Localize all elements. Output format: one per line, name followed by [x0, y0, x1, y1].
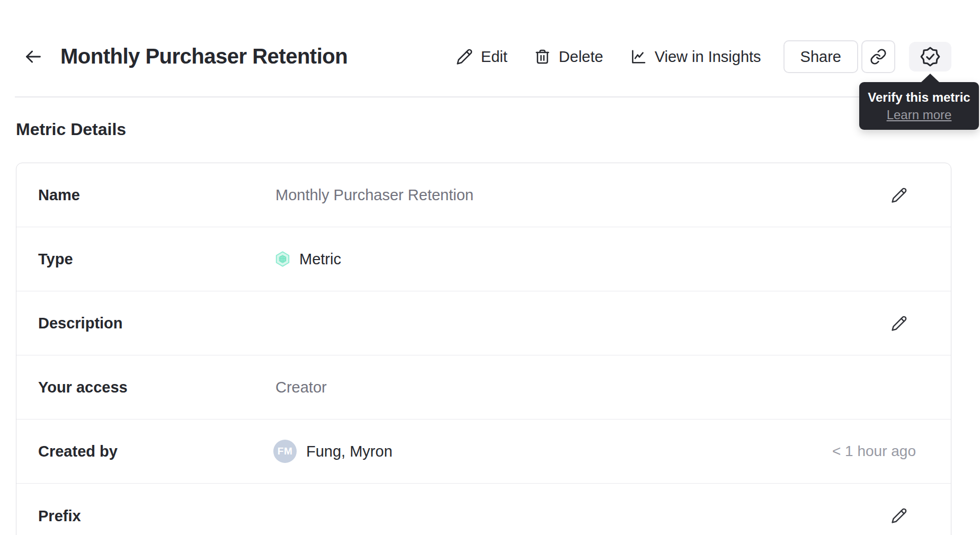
verify-metric-button[interactable]	[909, 42, 951, 72]
metric-hexagon-icon	[274, 251, 291, 268]
type-value: Metric	[274, 251, 341, 268]
edit-prefix-button[interactable]	[888, 505, 910, 527]
tooltip-title: Verify this metric	[868, 90, 970, 105]
view-in-insights-label: View in Insights	[655, 48, 761, 66]
avatar: FM	[273, 440, 297, 463]
verify-tooltip: Verify this metric Learn more	[859, 82, 979, 130]
row-label: Description	[38, 315, 123, 332]
line-chart-icon	[630, 48, 647, 65]
detail-row-name: Name Monthly Purchaser Retention	[16, 163, 951, 227]
row-label: Type	[38, 251, 73, 268]
type-text: Metric	[299, 251, 341, 268]
access-value: Creator	[275, 379, 327, 396]
row-label: Your access	[38, 379, 128, 396]
metric-details-card: Name Monthly Purchaser Retention Type	[16, 163, 951, 535]
header-divider	[15, 96, 965, 97]
created-by-value: FM Fung, Myron	[273, 440, 393, 463]
row-label: Prefix	[38, 507, 81, 524]
row-label: Name	[38, 186, 80, 204]
page-title: Monthly Purchaser Retention	[60, 44, 348, 68]
arrow-left-icon	[23, 47, 43, 67]
detail-row-description: Description	[16, 291, 951, 355]
edit-name-button[interactable]	[888, 184, 910, 206]
edit-description-button[interactable]	[888, 313, 910, 334]
created-timestamp: < 1 hour ago	[832, 443, 916, 460]
pencil-icon	[891, 507, 907, 524]
delete-button[interactable]: Delete	[534, 48, 603, 66]
edit-label: Edit	[481, 48, 507, 66]
share-button[interactable]: Share	[783, 40, 858, 73]
section-title: Metric Details	[16, 120, 126, 139]
detail-row-type: Type Metric	[16, 227, 951, 291]
copy-link-button[interactable]	[861, 40, 895, 73]
trash-icon	[534, 48, 551, 65]
link-icon	[870, 48, 887, 65]
pencil-icon	[891, 187, 907, 203]
header-actions: Edit Delete View in Insights Share	[456, 40, 951, 74]
share-label: Share	[800, 48, 841, 66]
edit-button[interactable]: Edit	[456, 48, 507, 66]
view-in-insights-button[interactable]: View in Insights	[630, 48, 761, 66]
back-button[interactable]	[23, 47, 43, 67]
row-label: Created by	[38, 443, 118, 460]
detail-row-created-by: Created by FM Fung, Myron < 1 hour ago	[16, 420, 951, 484]
pencil-icon	[456, 48, 473, 65]
pencil-icon	[891, 315, 907, 332]
detail-row-your-access: Your access Creator	[16, 355, 951, 420]
verified-badge-icon	[920, 46, 941, 67]
creator-name: Fung, Myron	[306, 443, 393, 460]
learn-more-link[interactable]: Learn more	[887, 108, 952, 122]
name-value: Monthly Purchaser Retention	[275, 186, 474, 204]
detail-row-prefix: Prefix	[16, 484, 951, 535]
delete-label: Delete	[559, 48, 603, 66]
